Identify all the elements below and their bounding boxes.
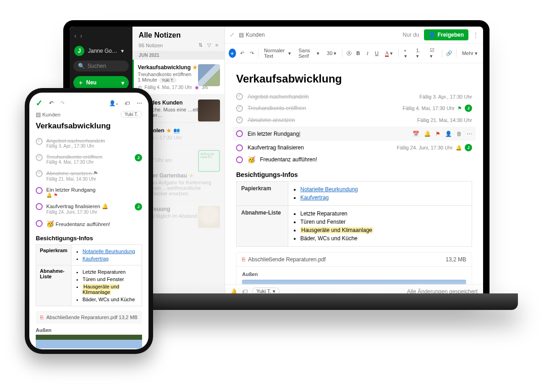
task-checkbox[interactable] <box>36 154 43 161</box>
task-checkbox[interactable] <box>236 130 243 137</box>
attachment-block[interactable]: ⎘Abschließende Reparaturen.pdf 13,2 MB A… <box>236 252 472 284</box>
note-title-input[interactable]: Verkaufsabwicklung <box>236 72 472 85</box>
more-icon[interactable]: ⋯ <box>467 131 472 137</box>
note-title[interactable]: Verkaufsabwicklung <box>29 120 148 135</box>
link-notarial[interactable]: Notarielle Beurkundung <box>82 248 135 254</box>
notebook-selector[interactable]: ▤ Kunden <box>239 32 264 38</box>
text-color-icon[interactable]: Ⓐ <box>346 50 352 57</box>
chevron-down-icon: ▾ <box>334 50 336 56</box>
formatting-toolbar: ＋ ↶ ↷ Normaler Text ▾ Sans Serif ▾ 30 ▾ … <box>225 44 483 63</box>
attachment-size: 13,2 MB <box>446 256 466 263</box>
task-checkbox[interactable] <box>236 116 243 123</box>
task-text: Treuhandkonto eröffnen <box>46 154 131 160</box>
task-due: Fällig 24. Juni, 17:30 Uhr <box>46 210 131 215</box>
note-count: 86 Notizen <box>139 43 163 48</box>
bullet-list-icon[interactable]: • ▾ <box>402 47 411 60</box>
notebook-label: Kunden <box>246 32 264 38</box>
due-label: Fällig 4. Mai, 17:30 Uhr <box>145 85 192 90</box>
assignee-avatar: J <box>465 144 472 151</box>
share-icon: 👤 <box>429 32 435 38</box>
forward-icon[interactable]: › <box>80 32 82 39</box>
task-text: Treuhandkonto eröffnen <box>248 105 306 111</box>
add-person-icon[interactable]: 👤₊ <box>109 100 118 106</box>
assignee-icon[interactable]: 👤 <box>445 131 452 137</box>
task-checkbox[interactable] <box>36 203 43 210</box>
paragraph-style-select[interactable]: Normaler Text ▾ <box>262 47 293 60</box>
more-formatting[interactable]: Mehr ▾ <box>460 50 479 57</box>
checklist-icon[interactable]: ☑ ▾ <box>428 46 439 60</box>
task-due: Fällig 3. Apr., 17:30 Uhr <box>46 144 142 149</box>
note-thumbnail <box>198 64 220 86</box>
attachment-block[interactable]: ⎘Abschließende Reparaturen.pdf 13,2 MB <box>36 311 142 324</box>
pdf-icon: ⎘ <box>40 315 44 320</box>
tag-pill[interactable]: Yuki T. <box>121 111 142 118</box>
link-kaufvertrag[interactable]: Kaufvertrag <box>300 194 329 201</box>
link-icon[interactable]: 🔗 <box>446 50 452 56</box>
phone-frame: ✓ ↶ ↷ 👤₊ 🏷 ⋯ ▤ Kunden Yuki T. Verkaufsab… <box>25 88 153 354</box>
underline-icon[interactable]: U <box>374 50 380 56</box>
back-icon[interactable]: ‹ <box>74 32 77 39</box>
new-note-button[interactable]: ＋Neu ▾ <box>73 76 129 89</box>
phone-app: ✓ ↶ ↷ 👤₊ 🏷 ⋯ ▤ Kunden Yuki T. Verkaufsab… <box>29 93 148 349</box>
task-checkbox[interactable] <box>36 170 43 177</box>
note-title: Verkaufsabwicklung <box>138 64 191 71</box>
link-notarial[interactable]: Notarielle Beurkundung <box>300 186 358 193</box>
font-color-select[interactable]: A ▾ <box>383 49 395 58</box>
list-item: Hausgeräte und Klimaanlage <box>300 226 467 234</box>
share-button[interactable]: 👤 Freigeben <box>424 29 468 40</box>
delete-icon[interactable]: 🗑 <box>456 131 462 137</box>
sort-icon[interactable]: ⇅ <box>198 42 203 48</box>
italic-icon[interactable]: I <box>365 50 370 56</box>
filter-icon[interactable]: ▽ <box>207 42 211 48</box>
note-list-item[interactable]: Verkaufsabwicklung ★ 👥 🔔 Treuhandkonto e… <box>132 60 225 95</box>
nav-arrows[interactable]: ‹ › <box>73 30 129 44</box>
task-text: Ein letzter Rundgang <box>46 187 95 193</box>
document-body[interactable]: Verkaufsabwicklung Angebot nachverhandel… <box>225 63 483 284</box>
section-heading: Besichtigungs-Infos <box>236 171 472 178</box>
assignee-avatar: J <box>135 154 142 161</box>
flag-icon: ⚑ <box>54 193 58 198</box>
view-options-icon[interactable]: ≡ <box>215 42 218 48</box>
redo-icon[interactable]: ↷ <box>60 100 65 106</box>
task-checkbox[interactable] <box>236 105 243 112</box>
task-due: Fällig 3. Apr., 17:30 Uhr <box>419 94 472 99</box>
emoji-icon: 🥳 <box>46 220 54 227</box>
font-select[interactable]: Sans Serif ▾ <box>297 47 321 60</box>
calendar-icon[interactable]: 📅 <box>412 131 419 137</box>
flag-icon[interactable]: ⚑ <box>435 131 440 137</box>
task-checkbox[interactable] <box>236 156 243 163</box>
task-due: Fällig 4. Mai, 17:30 Uhr <box>46 160 131 165</box>
task-checkbox[interactable] <box>236 93 243 100</box>
link-kaufvertrag[interactable]: Kaufvertrag <box>82 256 109 261</box>
redo-icon[interactable]: ↷ <box>249 50 254 56</box>
task-text: Kaufvertrag finalisieren <box>248 144 304 151</box>
share-button-label: Freigeben <box>438 32 464 38</box>
task-checkbox[interactable] <box>36 138 43 145</box>
search-input[interactable]: 🔍 Suchen <box>73 61 129 72</box>
chevron-down-icon: ▾ <box>288 50 291 56</box>
task-due: Fällig 21. Mai, 14:30 Uhr <box>417 117 472 123</box>
chevron-down-icon[interactable]: ▾ <box>121 80 124 86</box>
task-checkbox[interactable] <box>236 144 243 151</box>
insert-button[interactable]: ＋ <box>229 49 236 58</box>
notebook-selector[interactable]: ▤ Kunden <box>36 111 60 118</box>
font-size-select[interactable]: 30 ▾ <box>325 50 338 57</box>
numbered-list-icon[interactable]: 1. ▾ <box>414 47 424 60</box>
undo-icon[interactable]: ↶ <box>49 100 54 106</box>
expand-icon[interactable]: ⤢ <box>230 32 234 38</box>
confirm-icon[interactable]: ✓ <box>36 98 43 108</box>
task-text[interactable]: Ein letzter Rundgang| <box>248 131 300 137</box>
account-switcher[interactable]: J Janne Go… ▾ <box>73 44 129 61</box>
list-item: Letzte Reparaturen <box>300 210 467 218</box>
more-icon[interactable]: ⋯ <box>137 100 142 106</box>
task-checkbox[interactable] <box>36 220 43 227</box>
bold-icon[interactable]: B <box>355 50 361 56</box>
user-name: Janne Go… <box>88 48 117 54</box>
more-icon[interactable]: ⋮ <box>473 32 478 38</box>
undo-icon[interactable]: ↶ <box>240 50 245 56</box>
task-checkbox[interactable] <box>36 187 43 194</box>
attachment-name: Abschließende Reparaturen.pdf <box>248 256 325 263</box>
tag-icon[interactable]: 🏷 <box>125 100 130 106</box>
bell-icon[interactable]: 🔔 <box>424 131 431 137</box>
new-button-label: Neu <box>86 79 97 86</box>
